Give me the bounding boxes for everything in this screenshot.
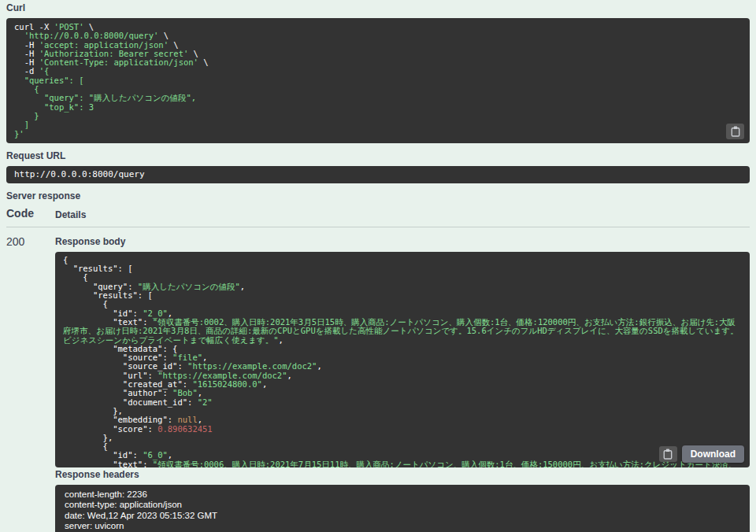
request-url-value: http://0.0.0.0:8000/query — [6, 166, 750, 183]
clipboard-icon — [731, 126, 740, 137]
details-column-header: Details — [55, 207, 750, 220]
response-headers-text: content-length: 2236 content-type: appli… — [55, 485, 750, 532]
copy-response-button[interactable] — [659, 446, 677, 462]
code-column-header: Code — [6, 207, 55, 220]
response-body-block: { "results": [ { "query": "購入したパソコンの値段",… — [55, 252, 750, 467]
request-url-block: http://0.0.0.0:8000/query — [6, 166, 750, 183]
download-button[interactable]: Download — [682, 445, 744, 463]
server-response-label: Server response — [6, 190, 750, 201]
swagger-try-it-out-response-panel: Curl curl -X 'POST' \ 'http://0.0.0.0:80… — [0, 0, 756, 532]
copy-curl-button[interactable] — [726, 124, 744, 139]
response-headers-block: content-length: 2236 content-type: appli… — [55, 485, 750, 532]
response-headers-label: Response headers — [55, 469, 750, 480]
curl-command-text: curl -X 'POST' \ 'http://0.0.0.0:8000/qu… — [6, 18, 750, 143]
response-body-json: { "results": [ { "query": "購入したパソコンの値段",… — [55, 252, 750, 467]
request-url-label: Request URL — [6, 150, 750, 161]
response-body-label: Response body — [55, 236, 750, 247]
curl-command-block: curl -X 'POST' \ 'http://0.0.0.0:8000/qu… — [6, 18, 750, 143]
status-code: 200 — [6, 235, 55, 532]
responses-table-header: Code Details — [6, 207, 750, 220]
response-row: 200 Response body { "results": [ { "quer… — [6, 227, 750, 532]
curl-label: Curl — [6, 2, 750, 13]
clipboard-icon — [663, 449, 673, 460]
